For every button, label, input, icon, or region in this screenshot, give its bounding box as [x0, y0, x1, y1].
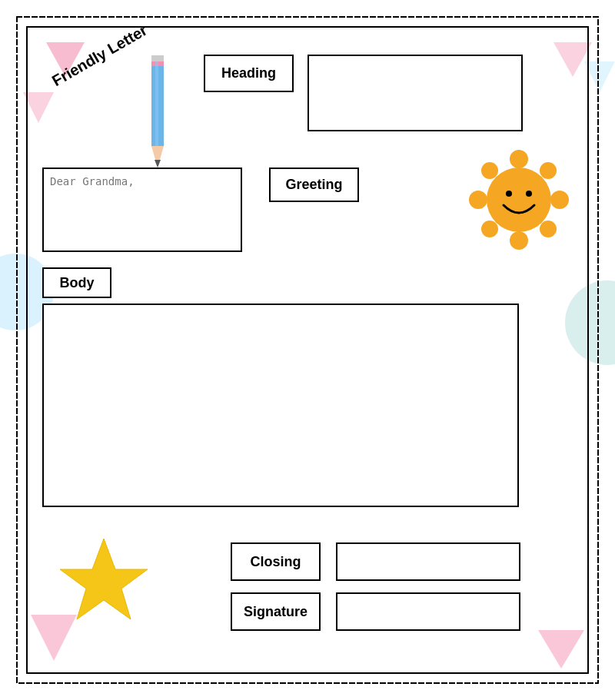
svg-point-4 — [565, 280, 615, 365]
svg-point-26 — [526, 191, 532, 197]
heading-input-box[interactable] — [308, 55, 523, 131]
signature-input-box[interactable] — [336, 592, 520, 631]
pencil-icon — [135, 54, 181, 177]
svg-point-17 — [510, 231, 528, 250]
svg-marker-13 — [155, 160, 161, 168]
svg-point-19 — [550, 191, 569, 209]
svg-marker-27 — [60, 539, 148, 619]
sun-icon — [469, 150, 569, 257]
svg-point-25 — [506, 191, 512, 197]
signature-label: Signature — [231, 592, 321, 631]
svg-marker-1 — [23, 92, 54, 123]
svg-rect-14 — [155, 61, 158, 146]
svg-marker-6 — [538, 630, 584, 668]
svg-marker-5 — [554, 42, 592, 77]
svg-point-21 — [540, 162, 557, 179]
svg-point-24 — [487, 168, 551, 232]
svg-point-22 — [481, 221, 498, 237]
svg-point-16 — [510, 150, 528, 168]
svg-point-20 — [481, 162, 498, 179]
svg-rect-15 — [151, 55, 164, 61]
greeting-textarea[interactable] — [42, 168, 242, 252]
svg-marker-7 — [584, 61, 615, 92]
heading-label: Heading — [204, 55, 294, 92]
closing-label: Closing — [231, 542, 321, 581]
greeting-label: Greeting — [269, 168, 359, 202]
star-decoration-icon — [54, 535, 154, 627]
svg-point-18 — [469, 191, 487, 209]
svg-point-23 — [540, 221, 557, 237]
body-textarea[interactable] — [42, 304, 519, 507]
closing-input-box[interactable] — [336, 542, 520, 581]
body-label: Body — [42, 267, 111, 298]
